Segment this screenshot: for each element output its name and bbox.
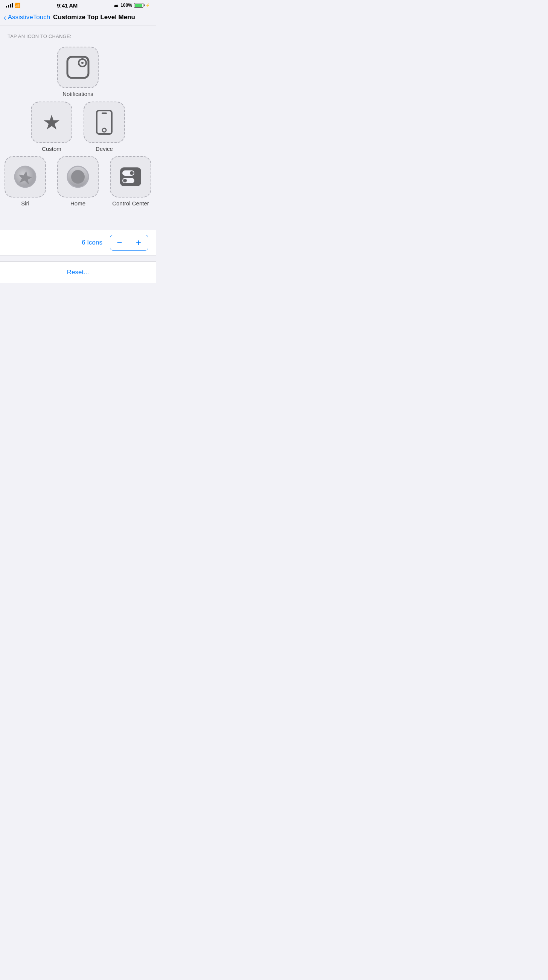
device-icon-item[interactable]: Device: [84, 102, 125, 153]
custom-icon-box: ★: [31, 102, 72, 143]
notifications-svg-icon: [66, 55, 90, 80]
device-icon-box: [84, 102, 125, 143]
stepper: − +: [110, 235, 148, 251]
svg-point-2: [81, 62, 84, 64]
signal-bars-icon: [6, 3, 13, 8]
charging-bolt-icon: ⚡: [146, 3, 150, 7]
back-button[interactable]: ‹ AssistiveTouch: [4, 14, 50, 21]
icons-count: 6 Icons: [82, 239, 102, 247]
star-icon: ★: [43, 112, 61, 132]
wifi-icon: 📶: [14, 3, 20, 8]
control-center-label: Control Center: [112, 200, 149, 207]
home-svg-icon: [66, 165, 90, 189]
icon-row-bottom: Siri Home: [8, 156, 148, 207]
svg-point-4: [102, 128, 106, 132]
custom-icon-item[interactable]: ★ Custom: [31, 102, 72, 153]
siri-icon-item[interactable]: Siri: [5, 156, 46, 207]
page-title: Customize Top Level Menu: [53, 14, 135, 21]
siri-label: Siri: [21, 200, 29, 207]
control-center-icon-item[interactable]: Control Center: [110, 156, 151, 207]
device-label: Device: [96, 145, 113, 153]
increment-button[interactable]: +: [129, 235, 148, 250]
decrement-button[interactable]: −: [110, 235, 129, 250]
status-bar: 📶 9:41 AM ⅏ 100% ⚡: [0, 0, 156, 11]
reset-section: Reset...: [0, 261, 156, 283]
footer: [0, 283, 156, 313]
section-label: TAP AN ICON TO CHANGE:: [8, 33, 148, 39]
bluetooth-icon: ⅏: [114, 3, 119, 8]
back-chevron-icon: ‹: [4, 14, 6, 21]
bottom-toolbar: 6 Icons − +: [0, 230, 156, 255]
notifications-icon-box: [57, 47, 99, 88]
custom-label: Custom: [42, 145, 61, 153]
svg-rect-3: [97, 111, 112, 134]
status-time: 9:41 AM: [57, 2, 78, 9]
back-label: AssistiveTouch: [8, 14, 50, 21]
home-icon-box: [57, 156, 99, 197]
svg-rect-5: [102, 113, 107, 114]
reset-button[interactable]: Reset...: [67, 269, 89, 276]
siri-svg-icon: [13, 165, 37, 189]
icon-row-middle: ★ Custom Device: [8, 102, 148, 153]
notifications-icon-item[interactable]: Notifications: [57, 47, 99, 98]
control-center-icon-box: [110, 156, 151, 197]
status-left: 📶: [6, 3, 20, 8]
svg-rect-11: [120, 167, 141, 186]
siri-icon-box: [5, 156, 46, 197]
battery-percent: 100%: [120, 3, 132, 8]
icon-grid: Notifications ★ Custom: [8, 47, 148, 207]
home-icon-item[interactable]: Home: [57, 156, 99, 207]
notifications-label: Notifications: [62, 90, 93, 98]
svg-point-10: [71, 170, 85, 184]
control-center-svg-icon: [119, 167, 142, 187]
navigation-bar: ‹ AssistiveTouch Customize Top Level Men…: [0, 11, 156, 26]
status-right: ⅏ 100% ⚡: [114, 3, 150, 8]
icon-row-top: Notifications: [8, 47, 148, 98]
svg-point-13: [130, 171, 134, 175]
main-content: TAP AN ICON TO CHANGE: Notifications: [0, 26, 156, 219]
home-label: Home: [70, 200, 86, 207]
device-svg-icon: [96, 110, 113, 135]
battery-icon: [134, 3, 143, 8]
svg-point-15: [123, 179, 127, 183]
